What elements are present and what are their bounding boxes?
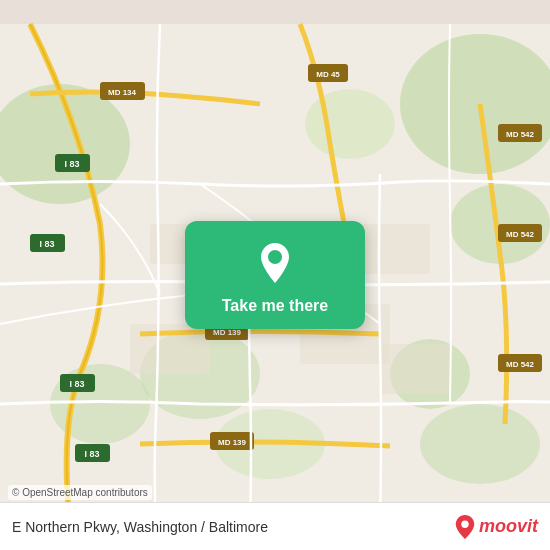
svg-text:I 83: I 83 (64, 159, 79, 169)
svg-text:MD 542: MD 542 (506, 130, 535, 139)
moovit-logo: moovit (455, 515, 538, 539)
svg-rect-12 (380, 344, 450, 394)
svg-point-37 (268, 250, 282, 264)
take-me-there-button[interactable]: Take me there (185, 221, 365, 329)
svg-text:I 83: I 83 (39, 239, 54, 249)
moovit-brand-text: moovit (479, 516, 538, 537)
svg-text:I 83: I 83 (84, 449, 99, 459)
map-container: I 83 I 83 I 83 I 83 MD 134 MD 45 MD 542 … (0, 0, 550, 550)
take-me-there-label: Take me there (222, 297, 328, 315)
svg-text:MD 542: MD 542 (506, 360, 535, 369)
osm-attribution: © OpenStreetMap contributors (8, 485, 152, 500)
bottom-bar: E Northern Pkwy, Washington / Baltimore … (0, 502, 550, 550)
svg-text:MD 45: MD 45 (316, 70, 340, 79)
location-pin-icon (251, 239, 299, 287)
svg-text:I 83: I 83 (69, 379, 84, 389)
svg-point-5 (305, 89, 395, 159)
svg-point-38 (461, 520, 468, 527)
location-label: E Northern Pkwy, Washington / Baltimore (12, 519, 268, 535)
svg-text:MD 134: MD 134 (108, 88, 137, 97)
svg-text:MD 139: MD 139 (213, 328, 242, 337)
svg-text:MD 139: MD 139 (218, 438, 247, 447)
svg-point-9 (420, 404, 540, 484)
moovit-pin-icon (455, 515, 475, 539)
svg-text:MD 542: MD 542 (506, 230, 535, 239)
